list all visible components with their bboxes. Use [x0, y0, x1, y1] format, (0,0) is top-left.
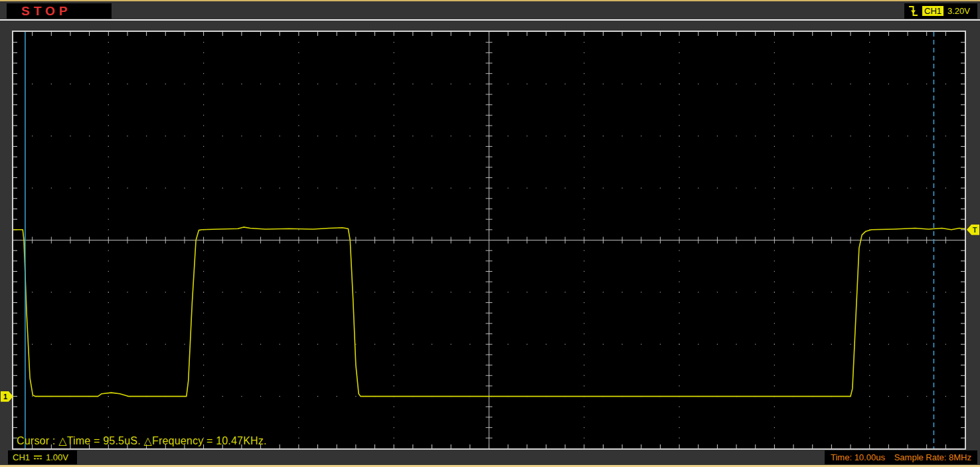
trigger-marker[interactable]: T: [967, 225, 979, 235]
trigger-marker-label: T: [973, 226, 977, 234]
trigger-level-value: 3.20V: [947, 6, 970, 16]
scope-canvas: [13, 32, 965, 448]
timebase-value: Time: 10.00us: [831, 452, 885, 462]
ground-marker-label: 1: [3, 393, 7, 401]
oscilloscope-app: STOP CH1 3.20V Cursor : △Time = 95.5uS. …: [0, 0, 980, 467]
stop-status-label: STOP: [21, 4, 71, 19]
top-edge-line: [0, 0, 980, 1]
dc-coupling-icon: [33, 454, 42, 461]
channel-scale-value: 1.00V: [46, 452, 68, 462]
channel-info-box[interactable]: CH1 1.00V: [8, 450, 77, 464]
falling-edge-trigger-icon: [908, 5, 918, 17]
sample-rate-value: Sample Rate: 8MHz: [894, 452, 971, 462]
channel-name: CH1: [13, 452, 30, 462]
stop-status-badge[interactable]: STOP: [7, 3, 112, 19]
trigger-info-box[interactable]: CH1 3.20V: [904, 3, 977, 19]
timebase-info-box: Time: 10.00us Sample Rate: 8MHz: [825, 450, 977, 464]
separator-line: [0, 19, 980, 21]
plot-frame: Cursor : △Time = 95.5uS. △Frequency = 10…: [12, 31, 966, 450]
trigger-channel-badge: CH1: [922, 6, 943, 16]
